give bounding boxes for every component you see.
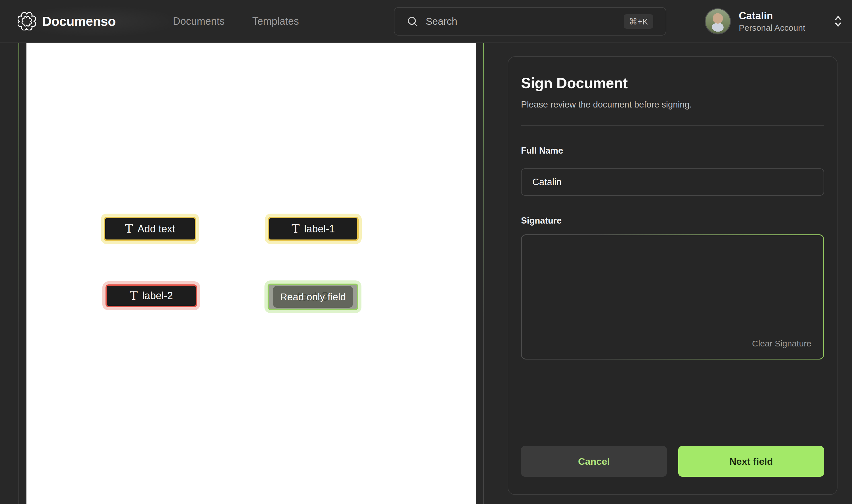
type-icon: T	[291, 223, 300, 235]
avatar	[705, 8, 731, 34]
logo-link[interactable]: Documenso	[18, 0, 116, 43]
field-label: Add text	[137, 223, 175, 235]
signature-field-label-2[interactable]: T label-2	[106, 284, 197, 307]
clear-signature-button[interactable]: Clear Signature	[752, 339, 811, 348]
nav-item-documents[interactable]: Documents	[173, 0, 225, 43]
field-label: label-2	[142, 290, 173, 302]
account-name: Catalin	[739, 10, 805, 22]
signature-pad-border: Clear Signature	[521, 234, 824, 360]
top-navbar: Documenso Documents Templates ⌘+K Catali…	[0, 0, 852, 43]
read-only-pill: Read only field	[273, 286, 353, 308]
document-viewer-card: T Add text T label-1 T label-2 text-3 Re…	[18, 43, 484, 504]
signature-field-add-text[interactable]: T Add text	[104, 217, 196, 241]
search-bar[interactable]: ⌘+K	[394, 7, 666, 36]
logo-text: Documenso	[42, 14, 116, 29]
divider	[521, 125, 824, 126]
type-icon: T	[125, 223, 133, 235]
search-icon	[406, 15, 418, 27]
keyboard-shortcut-badge: ⌘+K	[624, 14, 653, 29]
nav-item-templates[interactable]: Templates	[252, 0, 299, 43]
read-only-field: text-3 Read only field	[268, 284, 358, 310]
full-name-input[interactable]	[521, 168, 824, 196]
field-label: Read only field	[280, 291, 346, 303]
full-name-label: Full Name	[521, 146, 824, 156]
search-input[interactable]	[426, 16, 624, 27]
cancel-button[interactable]: Cancel	[521, 446, 667, 477]
signature-label: Signature	[521, 216, 824, 226]
pdf-page: T Add text T label-1 T label-2 text-3 Re…	[26, 43, 476, 504]
panel-subtitle: Please review the document before signin…	[521, 100, 824, 110]
seal-icon	[18, 12, 36, 31]
signature-pad[interactable]: Clear Signature	[522, 235, 823, 359]
signature-field-label-1[interactable]: T label-1	[268, 217, 359, 241]
chevron-up-down-icon	[832, 15, 844, 28]
type-icon: T	[130, 290, 138, 302]
account-type: Personal Account	[739, 23, 805, 32]
next-field-button[interactable]: Next field	[678, 446, 824, 477]
panel-title: Sign Document	[521, 74, 824, 92]
sign-document-panel: Sign Document Please review the document…	[508, 56, 837, 495]
field-label: label-1	[304, 223, 335, 235]
account-menu-button[interactable]: Catalin Personal Account	[705, 0, 844, 43]
